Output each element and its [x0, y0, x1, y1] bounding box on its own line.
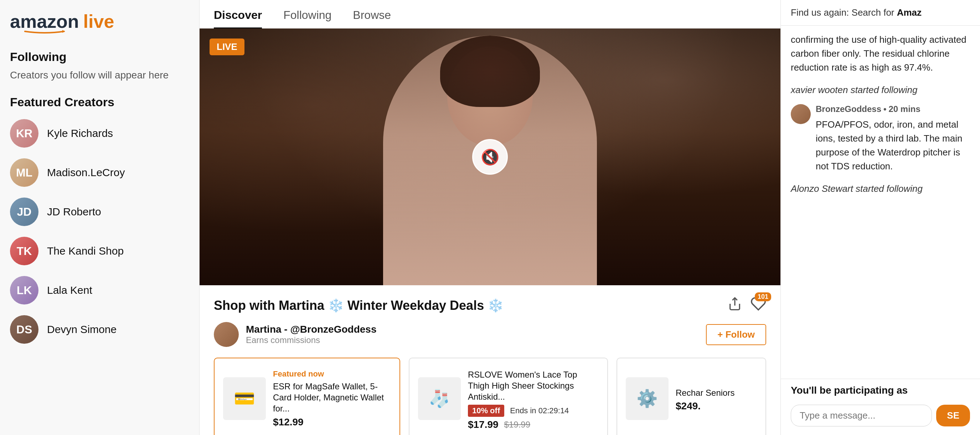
creators-list: KR Kyle Richards ML Madison.LeCroy JD JD…: [10, 119, 189, 344]
amazon-live-logo: amazon live: [10, 11, 189, 32]
creator-avatar-2: JD: [10, 198, 38, 226]
chat-sender-2: BronzeGoddess•20 mins: [791, 103, 970, 116]
old-price-1: $19.99: [504, 420, 530, 430]
heart-button[interactable]: 101: [751, 296, 766, 315]
creator-item-1[interactable]: ML Madison.LeCroy: [10, 158, 189, 187]
product-name-0: ESR for MagSafe Wallet, 5-Card Holder, M…: [273, 381, 391, 414]
ends-in-1: Ends in 02:29:14: [510, 406, 569, 415]
chat-panel: Find us again: Search for Amaz confirmin…: [780, 0, 980, 435]
amazon-wordmark: amazon: [10, 11, 79, 32]
creator-info: Martina - @BronzeGoddess Earns commissio…: [214, 322, 376, 347]
svg-marker-0: [62, 30, 65, 33]
creator-name-4: Lala Kent: [47, 284, 92, 296]
share-button[interactable]: [728, 296, 742, 314]
product-img-2: ⚙️: [626, 377, 668, 420]
main-content: DiscoverFollowingBrowse LIVE 🔇 Shop with…: [200, 0, 780, 435]
creator-name-5: Devyn Simone: [47, 323, 116, 336]
chat-avatar-2: [791, 104, 811, 124]
product-img-0: 💳: [223, 377, 266, 420]
creator-info-text: Martina - @BronzeGoddess Earns commissio…: [246, 324, 376, 345]
discount-badge-1: 10% off: [468, 405, 504, 417]
creator-row: Martina - @BronzeGoddess Earns commissio…: [214, 322, 766, 347]
find-us-bold: Amaz: [897, 7, 921, 18]
nav-tab-discover[interactable]: Discover: [214, 8, 262, 29]
stream-title: Shop with Martina ❄️ Winter Weekday Deal…: [214, 298, 504, 313]
find-us-banner: Find us again: Search for Amaz: [781, 0, 980, 25]
product-info-0: Featured now ESR for MagSafe Wallet, 5-C…: [273, 370, 391, 428]
nav-tab-browse[interactable]: Browse: [353, 8, 391, 29]
stream-actions: 101: [728, 296, 766, 315]
system-msg-3: Alonzo Stewart started following: [791, 183, 970, 194]
sidebar: amazon live Following Creators you follo…: [0, 0, 200, 435]
chat-msg-0: confirming the use of high-quality activ…: [791, 33, 970, 75]
creator-avatar-1: ML: [10, 158, 38, 187]
live-badge: LIVE: [210, 38, 245, 55]
creator-item-3[interactable]: TK The Kandi Shop: [10, 237, 189, 265]
creator-item-0[interactable]: KR Kyle Richards: [10, 119, 189, 148]
creator-avatar-0: KR: [10, 119, 38, 148]
creator-name-1: Madison.LeCroy: [47, 167, 125, 178]
product-name-1: RSLOVE Women's Lace Top Thigh High Sheer…: [468, 369, 599, 403]
creator-avatar-5: DS: [10, 315, 38, 344]
chat-send-button[interactable]: SE: [936, 405, 970, 427]
creator-name-0: Kyle Richards: [47, 127, 113, 139]
product-name-2: Rechar Seniors: [676, 387, 735, 398]
find-us-text: Find us again: Search for: [791, 7, 897, 18]
stream-title-row: Shop with Martina ❄️ Winter Weekday Deal…: [214, 296, 766, 315]
nav-tabs: DiscoverFollowingBrowse: [200, 0, 780, 29]
earns-commissions: Earns commissions: [246, 335, 376, 345]
product-price-1: $17.99: [468, 419, 498, 430]
creator-item-4[interactable]: LK Lala Kent: [10, 276, 189, 304]
nav-tab-following[interactable]: Following: [283, 8, 331, 29]
creator-avatar: [214, 322, 239, 347]
product-card-0[interactable]: 💳 Featured now ESR for MagSafe Wallet, 5…: [214, 358, 400, 435]
creator-handle: Martina - @BronzeGoddess: [246, 324, 376, 335]
system-msg-1: xavier wooten started following: [791, 84, 970, 96]
featured-creators-title: Featured Creators: [10, 95, 189, 109]
product-card-2[interactable]: ⚙️ Rechar Seniors $249.: [617, 358, 766, 435]
following-subtitle: Creators you follow will appear here: [10, 70, 189, 81]
chat-input-row: SE: [781, 399, 980, 435]
video-player: LIVE 🔇: [200, 29, 780, 285]
chat-text-2: PFOA/PFOS, odor, iron, and metal ions, t…: [816, 118, 970, 173]
chat-input[interactable]: [791, 405, 932, 427]
below-video-section: Shop with Martina ❄️ Winter Weekday Deal…: [200, 285, 780, 435]
creator-name-3: The Kandi Shop: [47, 245, 124, 257]
chat-msg-2: BronzeGoddess•20 minsPFOA/PFOS, odor, ir…: [791, 103, 970, 173]
live-wordmark: live: [83, 11, 115, 32]
creator-avatar-3: TK: [10, 237, 38, 265]
follow-button[interactable]: + Follow: [706, 324, 766, 345]
participating-label: You'll be participating as: [781, 379, 980, 399]
creator-item-5[interactable]: DS Devyn Simone: [10, 315, 189, 344]
featured-now-0: Featured now: [273, 370, 391, 379]
creator-item-2[interactable]: JD JD Roberto: [10, 198, 189, 226]
products-row: 💳 Featured now ESR for MagSafe Wallet, 5…: [214, 358, 766, 435]
mute-icon: 🔇: [481, 148, 499, 166]
creator-avatar-4: LK: [10, 276, 38, 304]
heart-count: 101: [755, 292, 771, 301]
product-card-1[interactable]: 🧦 RSLOVE Women's Lace Top Thigh High She…: [409, 358, 608, 435]
product-info-2: Rechar Seniors $249.: [676, 385, 735, 412]
chat-text-0: confirming the use of high-quality activ…: [791, 33, 970, 75]
product-info-1: RSLOVE Women's Lace Top Thigh High Sheer…: [468, 367, 599, 430]
creator-name-2: JD Roberto: [47, 206, 101, 218]
product-price-2: $249.: [676, 400, 735, 412]
mute-button[interactable]: 🔇: [472, 139, 508, 175]
product-img-1: 🧦: [418, 377, 461, 420]
chat-messages: confirming the use of high-quality activ…: [781, 25, 980, 379]
following-section-title: Following: [10, 50, 189, 64]
product-price-0: $12.99: [273, 416, 391, 428]
